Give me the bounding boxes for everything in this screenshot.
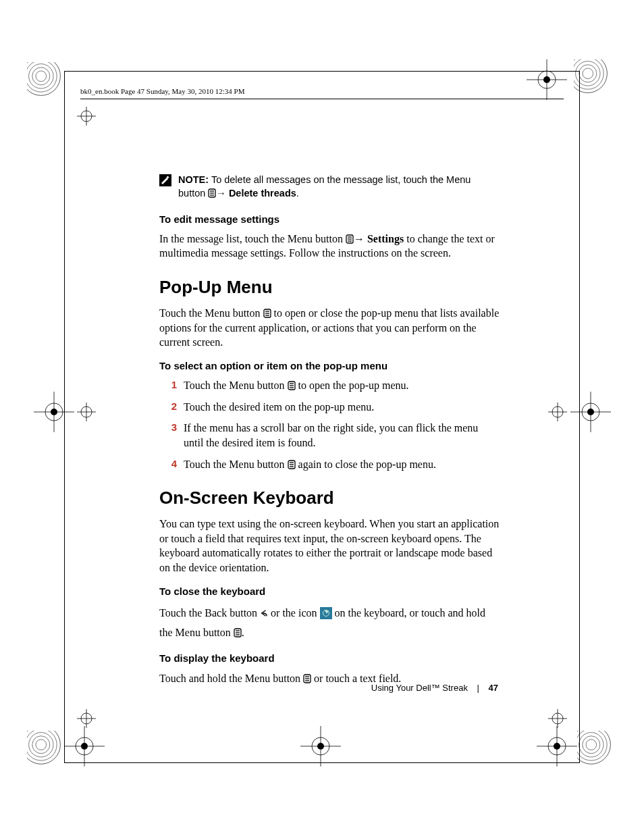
- header-rule: [80, 99, 564, 99]
- heading-onscreen-keyboard: On-Screen Keyboard: [159, 486, 500, 510]
- note-label: NOTE:: [178, 174, 209, 185]
- para-edit-settings: In the message list, touch the Menu butt…: [159, 232, 500, 261]
- registration-mark-icon: [537, 726, 577, 766]
- keyboard-hide-icon: [320, 607, 332, 619]
- registration-mark-icon: [34, 392, 74, 432]
- step-2: 2Touch the desired item on the pop-up me…: [159, 400, 500, 415]
- page-footer: Using Your Dell™ Streak | 47: [371, 683, 498, 693]
- note-text: NOTE: To delete all messages on the mess…: [178, 173, 500, 201]
- page-content: NOTE: To delete all messages on the mess…: [159, 173, 500, 695]
- step-4: 4Touch the Menu button again to close th…: [159, 457, 500, 472]
- note-icon: [159, 174, 171, 186]
- para-keyboard-intro: You can type text using the on-screen ke…: [159, 517, 500, 575]
- back-button-icon: [260, 605, 268, 615]
- footer-label: Using Your Dell™ Streak: [371, 683, 468, 693]
- menu-button-icon: [263, 307, 271, 317]
- menu-button-icon: [234, 625, 242, 634]
- para-popup-intro: Touch the Menu button to open or close t…: [159, 306, 500, 350]
- registration-mark-icon: [577, 731, 618, 771]
- registration-mark-icon: [527, 59, 567, 100]
- registration-mark-icon: [570, 392, 611, 432]
- step-3: 3If the menu has a scroll bar on the rig…: [159, 421, 500, 450]
- subhead-display-keyboard: To display the keyboard: [159, 652, 500, 665]
- running-header: bk0_en.book Page 47 Sunday, May 30, 2010…: [80, 87, 244, 95]
- registration-mark-icon: [64, 726, 105, 766]
- crosshair-icon: [77, 402, 96, 421]
- registration-mark-icon: [300, 726, 341, 766]
- step-1: 1Touch the Menu button to open the pop-u…: [159, 378, 500, 393]
- crosshair-icon: [548, 402, 567, 421]
- note-block: NOTE: To delete all messages on the mess…: [159, 173, 500, 201]
- para-close-keyboard: Touch the Back button or the icon on the…: [159, 604, 500, 643]
- menu-button-icon: [346, 233, 354, 242]
- menu-button-icon: [288, 380, 296, 389]
- popup-steps: 1Touch the Menu button to open the pop-u…: [159, 378, 500, 471]
- subhead-select-popup: To select an option or item on the pop-u…: [159, 359, 500, 373]
- heading-popup-menu: Pop-Up Menu: [159, 276, 500, 299]
- subhead-close-keyboard: To close the keyboard: [159, 585, 500, 598]
- subhead-edit-settings: To edit message settings: [159, 213, 500, 226]
- footer-separator: |: [477, 683, 479, 693]
- registration-mark-icon: [27, 731, 68, 771]
- registration-mark-icon: [27, 62, 68, 103]
- page-frame: bk0_en.book Page 47 Sunday, May 30, 2010…: [64, 71, 580, 763]
- menu-button-icon: [208, 188, 216, 197]
- registration-mark-icon: [574, 59, 614, 100]
- page-number: 47: [489, 683, 498, 693]
- crosshair-icon: [77, 107, 96, 126]
- menu-button-icon: [303, 673, 311, 682]
- crosshair-icon: [77, 709, 96, 728]
- crosshair-icon: [548, 709, 567, 728]
- menu-button-icon: [288, 459, 296, 468]
